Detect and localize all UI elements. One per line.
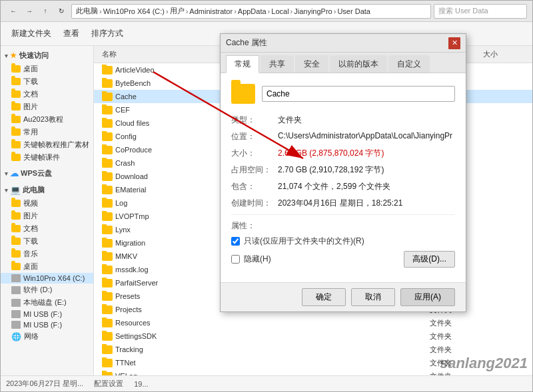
file-name-cell: SettingsSDK [99, 331, 340, 342]
tab-security[interactable]: 安全 [295, 55, 328, 73]
sort-button[interactable]: 排序方式 [86, 26, 129, 41]
tab-general[interactable]: 常规 [226, 55, 259, 73]
sidebar-item-keyframe-promo[interactable]: 关键帧教程推广素材 [1, 138, 93, 151]
sidebar-item-desktop[interactable]: 桌面 [1, 63, 93, 75]
readonly-row: 只读(仅应用于文件夹中的文件)(R) [231, 236, 455, 247]
folder-icon [11, 263, 21, 270]
readonly-label: 只读(仅应用于文件夹中的文件)(R) [244, 236, 364, 247]
advanced-button[interactable]: 高级(D)... [404, 251, 455, 268]
sidebar-item-network[interactable]: 🌐网络 [1, 330, 93, 343]
table-row[interactable]: Resources文件夹 [94, 316, 532, 329]
dialog-footer: 确定 取消 应用(A) [221, 282, 466, 311]
hidden-row: 隐藏(H) 高级(D)... [231, 251, 455, 268]
cancel-button[interactable]: 取消 [351, 288, 395, 306]
tab-customize[interactable]: 自定义 [388, 55, 430, 73]
sidebar-item-drive-d[interactable]: 软件 (D:) [1, 284, 93, 296]
readonly-checkbox[interactable] [231, 237, 240, 246]
folder-icon [102, 239, 113, 248]
sidebar-item-drive-f2[interactable]: MI USB (F:) [1, 319, 93, 330]
tab-sharing[interactable]: 共享 [261, 55, 294, 73]
apply-button[interactable]: 应用(A) [400, 288, 455, 306]
sidebar-item-documents[interactable]: 文档 [1, 88, 93, 100]
network-icon: 🌐 [11, 332, 21, 341]
drive-icon [11, 286, 21, 294]
prop-created: 创建时间： 2023年04月16日 星期日，18:25:21 [231, 198, 455, 209]
folder-icon [11, 116, 21, 123]
folder-icon [11, 91, 21, 98]
dialog-title-bar: Cache 属性 ✕ [221, 34, 466, 53]
size-label: 大小： [231, 148, 278, 159]
folder-icon [102, 319, 113, 327]
folder-icon [11, 154, 21, 161]
table-row[interactable]: Tracking文件夹 [94, 343, 532, 356]
file-name-cell: Tracking [99, 344, 340, 355]
prop-contains: 包含： 21,074 个文件，2,599 个文件夹 [231, 181, 455, 192]
address-bar[interactable]: 此电脑 › Win10Pro X64 (C:) › 用户 › Administr… [71, 4, 431, 19]
folder-icon [102, 226, 113, 234]
up-button[interactable]: ↑ [38, 4, 53, 19]
this-pc-label: 此电脑 [23, 185, 45, 195]
folder-icon [102, 279, 113, 288]
dialog-close-button[interactable]: ✕ [448, 37, 460, 49]
hidden-checkbox[interactable] [231, 255, 240, 264]
sidebar-item-keyframe-course[interactable]: 关键帧课件 [1, 151, 93, 164]
folder-icon [102, 119, 113, 128]
file-name-cell: TTNet [99, 357, 340, 369]
sidebar-item-dl[interactable]: 下载 [1, 235, 93, 248]
folder-icon [102, 266, 113, 274]
dialog-title: Cache 属性 [226, 37, 267, 49]
sidebar-item-downloads[interactable]: 下载 [1, 75, 93, 88]
drive-icon [11, 299, 21, 307]
file-size-cell [480, 228, 527, 231]
back-button[interactable]: ← [6, 4, 21, 19]
sidebar-item-pictures[interactable]: 图片 [1, 100, 93, 113]
ok-button[interactable]: 确定 [302, 288, 346, 306]
forward-button[interactable]: → [22, 4, 37, 19]
table-row[interactable]: SettingsSDK文件夹 [94, 329, 532, 343]
new-folder-button[interactable]: 新建文件夹 [6, 26, 57, 41]
refresh-button[interactable]: ↻ [54, 4, 69, 19]
sidebar-item-music[interactable]: 音乐 [1, 248, 93, 260]
address-part: 此电脑 [76, 6, 98, 16]
file-size-cell [480, 295, 527, 297]
folder-icon [102, 93, 113, 101]
sidebar-item-docs[interactable]: 文档 [1, 222, 93, 235]
folder-icon [11, 78, 21, 85]
tab-previous-versions[interactable]: 以前的版本 [330, 55, 387, 73]
file-type-cell: 文件夹 [427, 343, 480, 356]
dialog-prop-table: 类型： 文件夹 位置： C:\Users\Administrator\AppDa… [231, 114, 455, 209]
sidebar-pc-header[interactable]: ▾ 💻 此电脑 [1, 183, 93, 197]
folder-icon [11, 141, 21, 148]
sidebar-item-au2023[interactable]: Au2023教程 [1, 113, 93, 126]
folder-icon [102, 372, 113, 376]
sidebar: ▾ ★ 快速访问 桌面 下载 文档 图片 Au2023教程 [1, 46, 94, 375]
file-date-cell [340, 335, 427, 337]
file-size-cell [480, 308, 527, 311]
folder-icon [102, 345, 113, 354]
folder-icon [102, 79, 113, 88]
address-part: JianyingPro [294, 7, 332, 15]
hidden-label: 隐藏(H) [244, 254, 271, 265]
sidebar-item-pictures2[interactable]: 图片 [1, 210, 93, 222]
size-value: 2.67 GB (2,875,870,024 字节) [278, 148, 455, 159]
table-row[interactable]: VELog文件夹 [94, 369, 532, 375]
search-bar[interactable]: 搜索 User Data [434, 4, 527, 19]
sidebar-quick-access-header[interactable]: ▾ ★ 快速访问 [1, 49, 93, 63]
sidebar-item-common[interactable]: 常用 [1, 126, 93, 138]
attr-label: 属性： [231, 220, 455, 232]
table-row[interactable]: TTNet文件夹 [94, 356, 532, 369]
column-size[interactable]: 大小 [480, 47, 527, 61]
prop-size: 大小： 2.67 GB (2,875,870,024 字节) [231, 148, 455, 159]
sidebar-quick-access: ▾ ★ 快速访问 桌面 下载 文档 图片 Au2023教程 [1, 49, 93, 164]
view-button[interactable]: 查看 [58, 26, 85, 41]
sidebar-wps-header[interactable]: ▾ ☁ WPS云盘 [1, 166, 93, 180]
sidebar-item-drive-f1[interactable]: MI USB (F:) [1, 309, 93, 319]
sidebar-item-desktop2[interactable]: 桌面 [1, 260, 93, 273]
sidebar-item-drive-e[interactable]: 本地磁盘 (E:) [1, 296, 93, 309]
file-size-cell [480, 95, 527, 98]
folder-name-input[interactable] [262, 86, 455, 102]
folder-icon [11, 128, 21, 136]
file-size-cell [480, 361, 527, 364]
sidebar-item-videos[interactable]: 视频 [1, 197, 93, 210]
sidebar-item-drive-c[interactable]: Win10Pro X64 (C:) [1, 273, 93, 284]
